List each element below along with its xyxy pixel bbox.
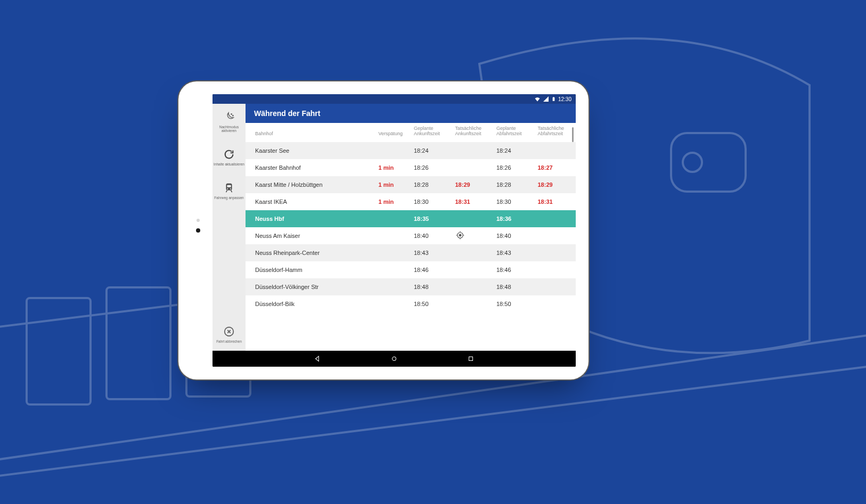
cell-verspaetung — [375, 295, 411, 312]
cell-bahnhof: Düsseldorf-Bilk — [246, 295, 375, 312]
android-navbar — [213, 351, 576, 367]
cell-tatsaechliche-abfahrt — [534, 210, 576, 227]
table-row[interactable]: Neuss Rheinpark-Center18:4318:43 — [246, 244, 576, 261]
cell-bahnhof: Neuss Rheinpark-Center — [246, 244, 375, 261]
svg-point-9 — [227, 188, 228, 189]
table-row[interactable]: Düsseldorf-Völkinger Str18:4818:48 — [246, 278, 576, 295]
sidebar-item-nightmode[interactable]: Nachtmodus aktivieren — [213, 111, 246, 133]
cell-geplante-ankunft: 18:30 — [411, 193, 452, 210]
page-title: Während der Fahrt — [246, 104, 576, 123]
cell-verspaetung — [375, 142, 411, 159]
cell-geplante-abfahrt: 18:30 — [493, 193, 535, 210]
schedule-table-wrap: Bahnhof Verspätung Geplante Ankunftszeit… — [246, 123, 576, 351]
cell-geplante-abfahrt: 18:24 — [493, 142, 535, 159]
table-row[interactable]: Düsseldorf-Bilk18:5018:50 — [246, 295, 576, 312]
status-time: 12:30 — [558, 96, 571, 102]
app-root: Nachtmodus aktivieren Inhalte aktualisie… — [213, 104, 576, 351]
sidebar-item-route[interactable]: Fahrweg anpassen — [213, 182, 246, 200]
table-row[interactable]: Kaarster Bahnhof1 min18:2618:2618:27 — [246, 159, 576, 176]
tablet-home-button[interactable] — [196, 228, 200, 233]
cell-tatsaechliche-ankunft — [452, 295, 493, 312]
svg-rect-3 — [671, 133, 746, 192]
locate-icon[interactable] — [455, 230, 465, 241]
cell-geplante-ankunft: 18:48 — [411, 278, 452, 295]
cell-bahnhof: Düsseldorf-Völkinger Str — [246, 278, 375, 295]
schedule-table: Bahnhof Verspätung Geplante Ankunftszeit… — [246, 123, 576, 312]
battery-icon — [551, 96, 556, 102]
cell-geplante-abfahrt: 18:40 — [493, 227, 535, 244]
cell-verspaetung: 1 min — [375, 193, 411, 210]
svg-point-4 — [683, 153, 702, 172]
cell-bahnhof: Neuss Am Kaiser — [246, 227, 375, 244]
cell-bahnhof: Neuss Hbf — [246, 210, 375, 227]
home-icon[interactable] — [390, 355, 398, 362]
cell-tatsaechliche-abfahrt — [534, 261, 576, 278]
cell-tatsaechliche-ankunft: 18:29 — [452, 176, 493, 193]
cell-verspaetung — [375, 278, 411, 295]
table-row[interactable]: Neuss Hbf18:3518:36 — [246, 210, 576, 227]
tablet-screen: 12:30 Nachtmodus aktivieren Inhalte aktu… — [213, 94, 576, 367]
cell-bahnhof: Kaarst IKEA — [246, 193, 375, 210]
cell-geplante-abfahrt: 18:50 — [493, 295, 535, 312]
android-status-bar: 12:30 — [213, 94, 576, 104]
cell-bahnhof: Kaarst Mitte / Holzbüttgen — [246, 176, 375, 193]
tablet-sensor-dot — [197, 219, 200, 222]
tablet-frame: 12:30 Nachtmodus aktivieren Inhalte aktu… — [178, 81, 589, 379]
cell-verspaetung — [375, 261, 411, 278]
header-bahnhof: Bahnhof — [246, 123, 375, 142]
cell-geplante-ankunft: 18:40 — [411, 227, 452, 244]
cell-geplante-ankunft: 18:43 — [411, 244, 452, 261]
cell-tatsaechliche-ankunft: 18:31 — [452, 193, 493, 210]
back-icon[interactable] — [314, 355, 321, 362]
signal-icon — [543, 96, 549, 102]
cell-tatsaechliche-abfahrt — [534, 142, 576, 159]
cell-geplante-abfahrt: 18:26 — [493, 159, 535, 176]
cell-geplante-abfahrt: 18:36 — [493, 210, 535, 227]
svg-point-5 — [231, 114, 232, 114]
table-header-row: Bahnhof Verspätung Geplante Ankunftszeit… — [246, 123, 576, 142]
header-tatsaechliche-abfahrt: Tatsächliche Abfahrtszeit — [534, 123, 576, 142]
sidebar: Nachtmodus aktivieren Inhalte aktualisie… — [213, 104, 246, 351]
cell-tatsaechliche-abfahrt — [534, 295, 576, 312]
refresh-icon — [223, 148, 235, 160]
cell-geplante-abfahrt: 18:28 — [493, 176, 535, 193]
sidebar-item-label: Fahrweg anpassen — [214, 196, 243, 200]
cell-geplante-ankunft: 18:28 — [411, 176, 452, 193]
cell-tatsaechliche-ankunft — [452, 159, 493, 176]
sidebar-item-refresh[interactable]: Inhalte aktualisieren — [213, 148, 246, 166]
header-geplante-abfahrt: Geplante Abfahrtszeit — [493, 123, 535, 142]
cell-verspaetung: 1 min — [375, 159, 411, 176]
cell-bahnhof: Düsseldorf-Hamm — [246, 261, 375, 278]
cell-verspaetung: 1 min — [375, 176, 411, 193]
cell-tatsaechliche-abfahrt — [534, 244, 576, 261]
cell-tatsaechliche-ankunft — [452, 142, 493, 159]
table-row[interactable]: Kaarster See18:2418:24 — [246, 142, 576, 159]
cell-tatsaechliche-ankunft — [452, 278, 493, 295]
sidebar-item-label: Fahrt abbrechen — [216, 340, 242, 343]
svg-point-13 — [460, 234, 462, 236]
header-tatsaechliche-ankunft: Tatsächliche Ankunftszeit — [452, 123, 493, 142]
sidebar-item-cancel[interactable]: Fahrt abbrechen — [213, 326, 246, 343]
cell-geplante-abfahrt: 18:46 — [493, 261, 535, 278]
table-row[interactable]: Neuss Am Kaiser18:4018:40 — [246, 227, 576, 244]
cell-verspaetung — [375, 210, 411, 227]
cell-geplante-abfahrt: 18:48 — [493, 278, 535, 295]
wifi-icon — [534, 96, 541, 102]
header-geplante-ankunft: Geplante Ankunftszeit — [411, 123, 452, 142]
cell-geplante-ankunft: 18:24 — [411, 142, 452, 159]
cell-bahnhof: Kaarster Bahnhof — [246, 159, 375, 176]
cell-geplante-ankunft: 18:26 — [411, 159, 452, 176]
recents-icon[interactable] — [467, 355, 475, 362]
scrollbar-thumb[interactable] — [572, 127, 574, 142]
table-row[interactable]: Kaarst Mitte / Holzbüttgen1 min18:2818:2… — [246, 176, 576, 193]
cell-geplante-ankunft: 18:50 — [411, 295, 452, 312]
main-column: Während der Fahrt Bahnhof Verspätung Gep… — [246, 104, 576, 351]
svg-rect-15 — [469, 357, 473, 361]
cell-tatsaechliche-abfahrt — [534, 278, 576, 295]
cell-tatsaechliche-ankunft — [452, 244, 493, 261]
cell-tatsaechliche-ankunft — [452, 261, 493, 278]
cell-verspaetung — [375, 244, 411, 261]
svg-rect-8 — [227, 185, 231, 188]
table-row[interactable]: Kaarst IKEA1 min18:3018:3118:3018:31 — [246, 193, 576, 210]
table-row[interactable]: Düsseldorf-Hamm18:4618:46 — [246, 261, 576, 278]
